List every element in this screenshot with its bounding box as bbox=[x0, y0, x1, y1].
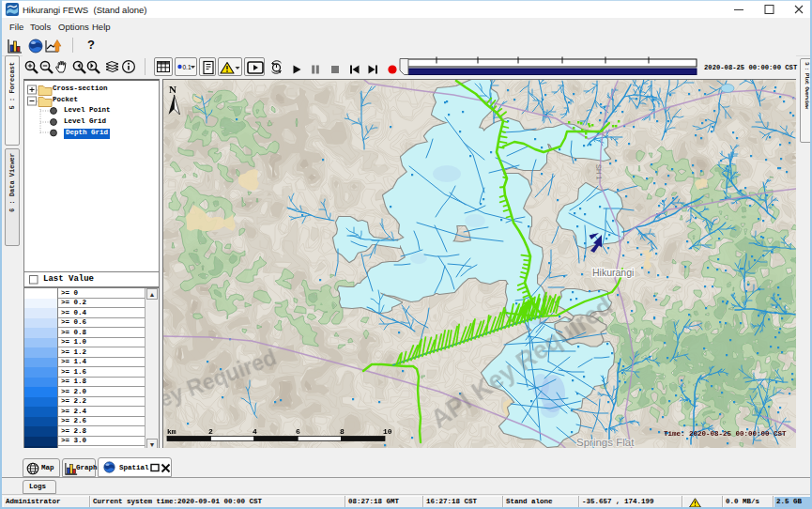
svg-text:2: 2 bbox=[208, 427, 213, 436]
svg-text:N: N bbox=[169, 84, 176, 95]
svg-text:6: 6 bbox=[296, 427, 300, 436]
svg-text:Hikurangi: Hikurangi bbox=[592, 267, 634, 278]
svg-text:8: 8 bbox=[340, 427, 345, 436]
svg-text:km: km bbox=[167, 427, 176, 436]
svg-text:SH 1: SH 1 bbox=[594, 164, 604, 180]
svg-text:4: 4 bbox=[253, 427, 257, 436]
svg-text:Time: 2020-08-25 00:00:00 CST: Time: 2020-08-25 00:00:00 CST bbox=[664, 430, 787, 438]
svg-text:10: 10 bbox=[383, 427, 392, 436]
svg-text:Springs Flat: Springs Flat bbox=[576, 437, 635, 448]
